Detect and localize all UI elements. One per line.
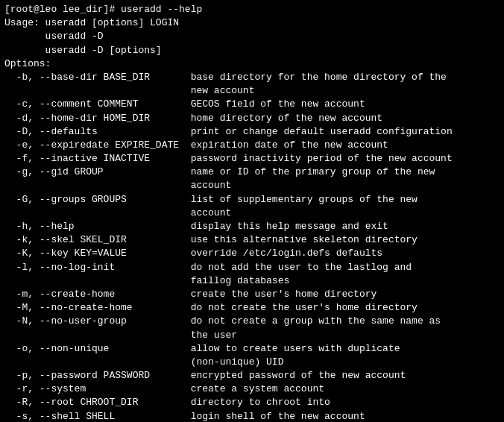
terminal-line: -f, --inactive INACTIVE password inactiv… xyxy=(4,152,500,166)
terminal-line: useradd -D xyxy=(4,30,500,43)
terminal-line: -N, --no-user-group do not create a grou… xyxy=(4,315,500,328)
terminal-line: -D, --defaults print or change default u… xyxy=(4,125,500,139)
terminal-line: -r, --system create a system account xyxy=(4,382,500,396)
terminal-line: -s, --shell SHELL login shell of the new… xyxy=(4,410,500,422)
terminal-line: -d, --home-dir HOME_DIR home directory o… xyxy=(4,112,500,125)
terminal-line: -M, --no-create-home do not create the u… xyxy=(4,301,500,315)
terminal-line: the user xyxy=(4,329,500,342)
terminal-line: [root@leo lee_dir]# useradd --help xyxy=(4,3,500,16)
terminal-line: -R, --root CHROOT_DIR directory to chroo… xyxy=(4,396,500,409)
terminal-line: -l, --no-log-init do not add the user to… xyxy=(4,261,500,274)
terminal-line: -o, --non-unique allow to create users w… xyxy=(4,342,500,356)
terminal-line: account xyxy=(4,179,500,192)
terminal-line: -h, --help display this help message and… xyxy=(4,220,500,233)
terminal-line: Usage: useradd [options] LOGIN xyxy=(4,16,500,30)
terminal-line: -m, --create-home create the user's home… xyxy=(4,288,500,301)
terminal-line: new account xyxy=(4,84,500,98)
terminal-line: -b, --base-dir BASE_DIR base directory f… xyxy=(4,71,500,84)
terminal-window: [root@leo lee_dir]# useradd --helpUsage:… xyxy=(4,3,500,419)
terminal-line: -k, --skel SKEL_DIR use this alternative… xyxy=(4,233,500,247)
terminal-line: -g, --gid GROUP name or ID of the primar… xyxy=(4,166,500,179)
terminal-line: Options: xyxy=(4,57,500,71)
terminal-line: account xyxy=(4,207,500,220)
terminal-line: -e, --expiredate EXPIRE_DATE expiration … xyxy=(4,139,500,152)
terminal-line: -c, --comment COMMENT GECOS field of the… xyxy=(4,98,500,111)
terminal-line: -p, --password PASSWORD encrypted passwo… xyxy=(4,369,500,382)
terminal-line: faillog databases xyxy=(4,274,500,288)
terminal-line: -G, --groups GROUPS list of supplementar… xyxy=(4,193,500,207)
terminal-line: useradd -D [options] xyxy=(4,44,500,57)
terminal-line: -K, --key KEY=VALUE override /etc/login.… xyxy=(4,247,500,260)
terminal-line: (non-unique) UID xyxy=(4,356,500,369)
